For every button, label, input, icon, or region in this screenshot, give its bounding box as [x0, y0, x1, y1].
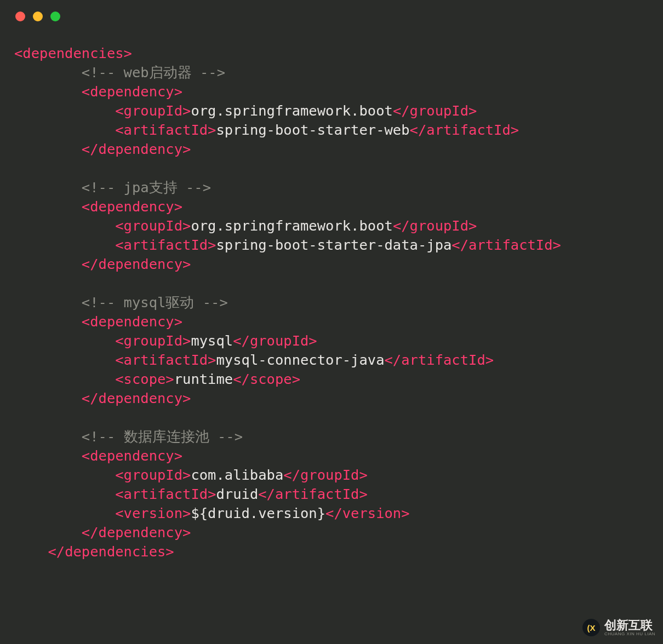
tag-dependencies-close: </dependencies>	[48, 543, 174, 560]
dep2-groupId-open: <groupId>	[115, 217, 191, 234]
dep3-artifactId-open: <artifactId>	[115, 352, 216, 368]
dep3-scope: runtime	[174, 371, 233, 387]
zoom-icon[interactable]	[50, 12, 60, 21]
dep1-open: <dependency>	[82, 83, 182, 100]
comment-web: <!-- web启动器 -->	[82, 64, 225, 81]
dep1-artifact: spring-boot-starter-web	[216, 122, 409, 138]
dep1-groupId-open: <groupId>	[115, 102, 191, 119]
dep3-scope-close: </scope>	[233, 371, 300, 387]
dep2-artifactId-open: <artifactId>	[115, 237, 216, 253]
watermark-logo: (X 创新互联 CHUANG XIN HU LIAN	[582, 619, 655, 636]
comment-pool: <!-- 数据库连接池 -->	[82, 428, 243, 445]
dep3-artifactId-close: </artifactId>	[385, 352, 494, 368]
dep1-group: org.springframework.boot	[191, 102, 392, 119]
dep4-artifactId-open: <artifactId>	[115, 486, 216, 502]
dep3-groupId-close: </groupId>	[233, 332, 317, 349]
dep2-groupId-close: </groupId>	[393, 217, 477, 234]
dep2-artifactId-close: </artifactId>	[451, 237, 561, 253]
dep1-artifactId-close: </artifactId>	[410, 122, 519, 138]
logo-badge-icon: (X	[582, 619, 600, 636]
dep4-groupId-close: </groupId>	[283, 467, 368, 483]
dep1-close: </dependency>	[82, 141, 191, 157]
dep3-open: <dependency>	[82, 313, 182, 330]
dep4-version: ${druid.version}	[191, 505, 325, 521]
dep2-close: </dependency>	[82, 256, 191, 272]
dep2-artifact: spring-boot-starter-data-jpa	[216, 237, 451, 253]
dep3-groupId-open: <groupId>	[115, 332, 191, 349]
close-icon[interactable]	[15, 12, 25, 21]
dep3-group: mysql	[191, 332, 233, 349]
dep4-artifact: druid	[216, 486, 258, 502]
window-titlebar	[0, 0, 663, 33]
code-block: <dependencies> <!-- web启动器 --> <dependen…	[0, 33, 663, 561]
comment-mysql: <!-- mysql驱动 -->	[82, 294, 228, 311]
dep2-group: org.springframework.boot	[191, 217, 392, 234]
dep2-open: <dependency>	[82, 198, 182, 215]
dep3-scope-open: <scope>	[115, 371, 174, 387]
logo-subtitle: CHUANG XIN HU LIAN	[604, 631, 655, 636]
dep1-groupId-close: </groupId>	[393, 102, 477, 119]
tag-dependencies-open: <dependencies>	[14, 45, 132, 61]
logo-name: 创新互联	[604, 619, 655, 631]
dep4-version-open: <version>	[115, 505, 191, 521]
minimize-icon[interactable]	[33, 12, 43, 21]
dep4-version-close: </version>	[325, 505, 410, 521]
dep4-close: </dependency>	[82, 524, 191, 540]
comment-jpa: <!-- jpa支持 -->	[82, 179, 211, 196]
logo-text-wrap: 创新互联 CHUANG XIN HU LIAN	[604, 619, 655, 636]
code-window: <dependencies> <!-- web启动器 --> <dependen…	[0, 0, 663, 644]
dep3-close: </dependency>	[82, 390, 191, 406]
dep3-artifact: mysql-connector-java	[216, 352, 384, 368]
dep4-group: com.alibaba	[191, 467, 283, 483]
dep4-artifactId-close: </artifactId>	[258, 486, 368, 502]
dep4-groupId-open: <groupId>	[115, 467, 191, 483]
dep1-artifactId-open: <artifactId>	[115, 122, 216, 138]
dep4-open: <dependency>	[82, 447, 182, 464]
